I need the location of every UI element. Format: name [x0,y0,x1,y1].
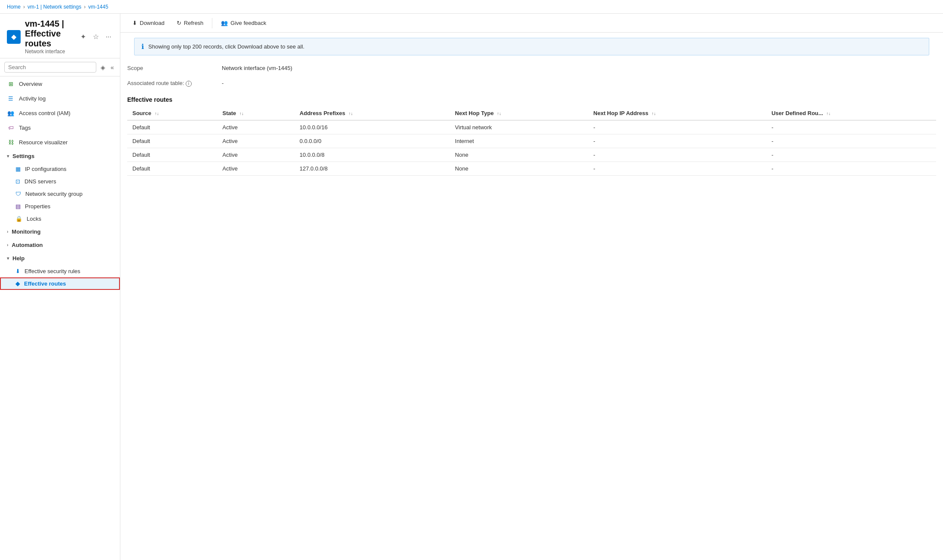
help-section-header[interactable]: ▾ Help [0,252,120,265]
locks-icon: 🔒 [15,216,22,222]
toolbar-divider [212,18,212,28]
automation-section-header[interactable]: › Automation [0,238,120,252]
sidebar-item-activity-log-label: Activity log [19,95,46,102]
dns-icon: ⊡ [15,178,20,185]
settings-section-header[interactable]: ▾ Settings [0,149,120,163]
breadcrumb-current: vm-1445 [88,4,108,10]
pin-button[interactable]: ✦ [79,31,88,43]
tags-icon: 🏷 [7,124,15,131]
sidebar-item-tags[interactable]: 🏷 Tags [0,120,120,135]
route-table-label: Associated route table: i [127,80,222,87]
cell-hop-type-1: Internet [450,134,588,148]
monitoring-chevron: › [7,229,8,234]
more-button[interactable]: ··· [104,31,113,43]
cell-address-0: 10.0.0.0/16 [294,120,450,134]
scope-value: Network interface (vm-1445) [222,65,292,71]
cell-hop-ip-3: - [588,161,766,175]
cell-address-3: 127.0.0.0/8 [294,161,450,175]
feedback-button[interactable]: 👥 Give feedback [216,17,271,29]
info-icon: ℹ [141,43,144,51]
refresh-button[interactable]: ↻ Refresh [171,17,209,29]
cell-state-2: Active [217,148,295,161]
properties-icon: ▤ [15,203,21,210]
monitoring-section-label: Monitoring [12,228,40,235]
cell-state-3: Active [217,161,295,175]
sort-user-defined-icon[interactable]: ↑↓ [827,111,831,116]
cell-hop-type-2: None [450,148,588,161]
visualizer-icon: ⛓ [7,138,15,146]
cell-hop-ip-0: - [588,120,766,134]
effective-routes-section-title: Effective routes [127,96,936,103]
cell-state-1: Active [217,134,295,148]
breadcrumb-bar: Home › vm-1 | Network settings › vm-1445 [0,0,943,14]
automation-chevron: › [7,243,8,247]
sidebar-item-ip-configurations[interactable]: ▦ IP configurations [0,163,120,175]
cell-source-2: Default [127,148,217,161]
breadcrumb-home[interactable]: Home [7,4,21,10]
sidebar-item-activity-log[interactable]: ☰ Activity log [0,91,120,106]
sidebar-item-effective-routes-label: Effective routes [24,280,66,287]
cell-source-1: Default [127,134,217,148]
settings-section-label: Settings [12,153,34,159]
search-input[interactable] [4,62,96,73]
sort-address-icon[interactable]: ↑↓ [349,111,353,116]
sidebar: ◆ vm-1445 | Effective routes Network int… [0,14,120,560]
sidebar-item-dns-servers[interactable]: ⊡ DNS servers [0,175,120,188]
resource-icon: ◆ [7,30,21,44]
col-next-hop-ip[interactable]: Next Hop IP Address ↑↓ [588,107,766,120]
col-state[interactable]: State ↑↓ [217,107,295,120]
search-settings-button[interactable]: ◈ [99,62,107,73]
toolbar: ⬇ Download ↻ Refresh 👥 Give feedback [120,14,943,33]
col-next-hop-type[interactable]: Next Hop Type ↑↓ [450,107,588,120]
cell-source-0: Default [127,120,217,134]
cell-source-3: Default [127,161,217,175]
content-scroll: ℹ Showing only top 200 records, click Do… [120,33,943,560]
sidebar-item-locks[interactable]: 🔒 Locks [0,213,120,225]
sort-source-icon[interactable]: ↑↓ [155,111,159,116]
sidebar-item-overview[interactable]: ⊞ Overview [0,76,120,91]
refresh-label: Refresh [184,20,204,26]
sidebar-item-iam[interactable]: 👥 Access control (IAM) [0,106,120,120]
scope-row: Scope Network interface (vm-1445) [127,61,936,76]
nsg-icon: 🛡 [15,191,21,197]
sidebar-item-nsg[interactable]: 🛡 Network security group [0,188,120,200]
sidebar-item-security-rules-label: Effective security rules [24,268,80,274]
col-address-prefixes[interactable]: Address Prefixes ↑↓ [294,107,450,120]
cell-address-2: 10.0.0.0/8 [294,148,450,161]
settings-chevron: ▾ [7,154,9,158]
sidebar-collapse-button[interactable]: « [109,62,116,73]
sidebar-item-resource-visualizer[interactable]: ⛓ Resource visualizer [0,135,120,149]
help-chevron: ▾ [7,256,9,261]
cell-user-defined-0: - [766,120,936,134]
favorite-button[interactable]: ☆ [91,31,101,43]
page-subtitle: Network interface [25,49,74,55]
security-rules-icon: ⬇ [15,268,20,274]
sort-state-icon[interactable]: ↑↓ [239,111,244,116]
table-row: Default Active 10.0.0.0/16 Virtual netwo… [127,120,936,134]
sidebar-item-nsg-label: Network security group [25,191,83,197]
sort-hop-type-icon[interactable]: ↑↓ [497,111,501,116]
feedback-icon: 👥 [221,20,228,26]
help-section-label: Help [12,255,24,262]
monitoring-section-header[interactable]: › Monitoring [0,225,120,238]
routes-table: Source ↑↓ State ↑↓ Address Prefixes ↑↓ [127,107,936,176]
cell-user-defined-3: - [766,161,936,175]
sidebar-item-effective-routes[interactable]: ◆ Effective routes [0,277,120,290]
page-header: ◆ vm-1445 | Effective routes Network int… [0,14,120,58]
breadcrumb-network-settings[interactable]: vm-1 | Network settings [28,4,81,10]
sidebar-item-effective-security-rules[interactable]: ⬇ Effective security rules [0,265,120,277]
sidebar-item-locks-label: Locks [27,216,41,222]
col-source[interactable]: Source ↑↓ [127,107,217,120]
page-title: vm-1445 | Effective routes [25,19,74,49]
download-button[interactable]: ⬇ Download [127,17,170,29]
automation-section-label: Automation [12,242,43,248]
col-user-defined[interactable]: User Defined Rou... ↑↓ [766,107,936,120]
cell-hop-ip-2: - [588,148,766,161]
table-row: Default Active 127.0.0.0/8 None - - [127,161,936,175]
route-table-info-icon[interactable]: i [186,81,192,87]
activity-log-icon: ☰ [7,94,15,102]
sidebar-search-container: ◈ « [0,58,120,76]
content-area: ⬇ Download ↻ Refresh 👥 Give feedback ℹ S… [120,14,943,560]
sidebar-item-properties[interactable]: ▤ Properties [0,200,120,213]
sort-hop-ip-icon[interactable]: ↑↓ [652,111,656,116]
